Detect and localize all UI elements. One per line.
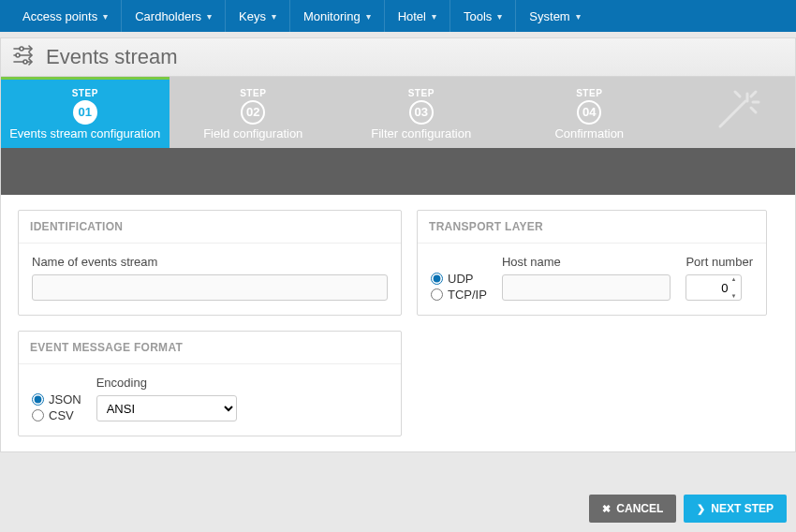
wizard-step-1[interactable]: STEP 01 Events stream configuration bbox=[1, 77, 170, 148]
top-nav: Access points▾ Cardholders▾ Keys▾ Monito… bbox=[0, 0, 796, 32]
spinner-down-icon[interactable]: ▼ bbox=[730, 293, 740, 299]
chevron-down-icon: ▾ bbox=[576, 11, 581, 22]
nav-label: Hotel bbox=[398, 9, 426, 23]
radio-label: CSV bbox=[49, 408, 74, 422]
nav-system[interactable]: System▾ bbox=[515, 0, 593, 32]
panel-title: EVENT MESSAGE FORMAT bbox=[19, 332, 401, 364]
step-word: STEP bbox=[240, 88, 266, 98]
svg-line-9 bbox=[751, 92, 756, 96]
panel-title: TRANSPORT LAYER bbox=[418, 211, 766, 244]
radio-udp-input[interactable] bbox=[431, 273, 443, 285]
panel-transport: TRANSPORT LAYER UDP TCP/IP Host name Por… bbox=[417, 210, 767, 316]
chevron-down-icon: ▾ bbox=[432, 11, 436, 22]
gray-bar bbox=[1, 148, 795, 195]
nav-hotel[interactable]: Hotel▾ bbox=[384, 0, 450, 32]
button-label: NEXT STEP bbox=[711, 502, 774, 515]
nav-keys[interactable]: Keys▾ bbox=[225, 0, 289, 32]
step-number: 03 bbox=[409, 100, 434, 125]
chevron-right-icon: ❯ bbox=[697, 503, 705, 515]
nav-label: Monitoring bbox=[303, 9, 361, 23]
radio-udp[interactable]: UDP bbox=[431, 272, 487, 286]
radio-json-input[interactable] bbox=[32, 393, 44, 406]
radio-label: TCP/IP bbox=[448, 288, 487, 302]
radio-label: UDP bbox=[448, 272, 473, 286]
next-step-button[interactable]: ❯ NEXT STEP bbox=[684, 495, 787, 523]
nav-label: System bbox=[529, 9, 569, 23]
wizard-step-3[interactable]: STEP 03 Filter configuration bbox=[337, 77, 506, 148]
radio-tcp-input[interactable] bbox=[431, 288, 443, 301]
nav-monitoring[interactable]: Monitoring▾ bbox=[289, 0, 384, 32]
chevron-down-icon: ▾ bbox=[366, 11, 371, 22]
cancel-icon: ✖ bbox=[602, 503, 611, 515]
wizard-steps: STEP 01 Events stream configuration STEP… bbox=[1, 77, 795, 148]
encoding-select[interactable]: ANSI bbox=[96, 395, 237, 421]
wand-icon bbox=[706, 89, 762, 140]
svg-point-3 bbox=[20, 47, 23, 51]
wizard-icon-cell bbox=[673, 77, 795, 148]
cancel-button[interactable]: ✖ CANCEL bbox=[589, 495, 676, 523]
step-label: Confirmation bbox=[554, 126, 624, 140]
nav-label: Access points bbox=[22, 9, 97, 23]
radio-csv[interactable]: CSV bbox=[32, 408, 81, 422]
port-spinner: ▲ ▼ bbox=[730, 276, 740, 299]
step-label: Filter configuration bbox=[371, 126, 471, 140]
stream-icon bbox=[12, 45, 37, 69]
step-word: STEP bbox=[408, 88, 435, 98]
svg-line-6 bbox=[720, 101, 745, 126]
panel-format: EVENT MESSAGE FORMAT JSON CSV Encoding A… bbox=[18, 331, 402, 436]
page-title: Events stream bbox=[46, 45, 178, 69]
radio-label: JSON bbox=[49, 392, 81, 406]
nav-label: Cardholders bbox=[135, 9, 201, 23]
host-label: Host name bbox=[502, 255, 671, 269]
name-label: Name of events stream bbox=[32, 255, 388, 269]
footer-buttons: ✖ CANCEL ❯ NEXT STEP bbox=[589, 495, 787, 523]
page-header: Events stream bbox=[1, 38, 795, 77]
step-number: 01 bbox=[73, 100, 97, 125]
button-label: CANCEL bbox=[616, 502, 663, 515]
step-word: STEP bbox=[72, 88, 98, 98]
step-number: 04 bbox=[577, 100, 601, 125]
spinner-up-icon[interactable]: ▲ bbox=[730, 276, 740, 282]
port-label: Port number bbox=[685, 255, 753, 269]
svg-point-5 bbox=[23, 60, 27, 64]
svg-line-11 bbox=[751, 108, 756, 112]
chevron-down-icon: ▾ bbox=[207, 11, 212, 22]
chevron-down-icon: ▾ bbox=[497, 11, 502, 22]
step-label: Field configuration bbox=[203, 126, 302, 140]
host-input[interactable] bbox=[502, 274, 671, 301]
svg-line-10 bbox=[735, 92, 740, 96]
panel-identification: IDENTIFICATION Name of events stream bbox=[18, 210, 402, 316]
wizard-step-4[interactable]: STEP 04 Confirmation bbox=[506, 77, 674, 148]
chevron-down-icon: ▾ bbox=[272, 11, 276, 22]
encoding-label: Encoding bbox=[96, 376, 237, 390]
svg-point-4 bbox=[16, 53, 20, 57]
radio-tcp[interactable]: TCP/IP bbox=[431, 288, 487, 302]
panel-title: IDENTIFICATION bbox=[19, 211, 401, 244]
name-input[interactable] bbox=[32, 274, 388, 301]
nav-cardholders[interactable]: Cardholders▾ bbox=[121, 0, 225, 32]
nav-tools[interactable]: Tools▾ bbox=[450, 0, 515, 32]
nav-label: Tools bbox=[464, 9, 492, 23]
content-area: IDENTIFICATION Name of events stream TRA… bbox=[1, 195, 795, 451]
radio-json[interactable]: JSON bbox=[32, 392, 81, 406]
chevron-down-icon: ▾ bbox=[103, 11, 108, 22]
wizard-step-2[interactable]: STEP 02 Field configuration bbox=[170, 77, 338, 148]
nav-access-points[interactable]: Access points▾ bbox=[9, 0, 121, 32]
page-container: Events stream STEP 01 Events stream conf… bbox=[0, 37, 796, 452]
step-word: STEP bbox=[576, 88, 602, 98]
step-number: 02 bbox=[241, 100, 265, 125]
nav-label: Keys bbox=[239, 9, 266, 23]
radio-csv-input[interactable] bbox=[32, 409, 44, 421]
step-label: Events stream configuration bbox=[9, 126, 160, 140]
